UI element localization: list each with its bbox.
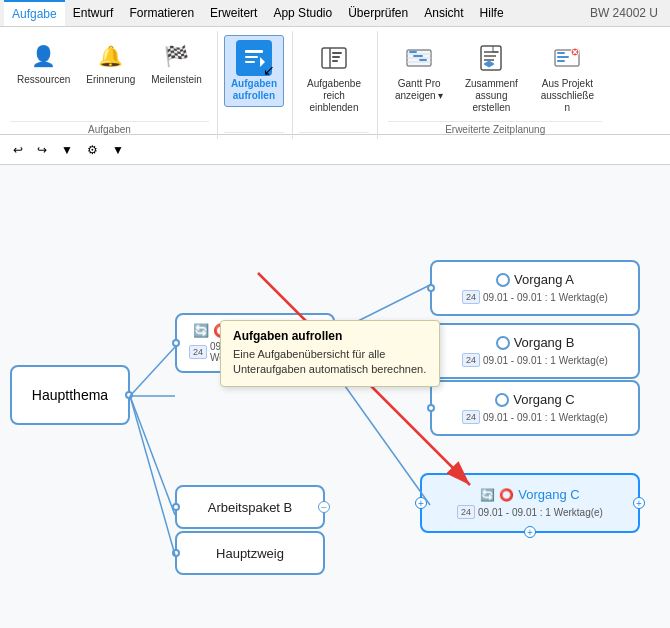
- zusammenfassung-icon: [473, 40, 509, 76]
- settings-button[interactable]: ⚙: [82, 140, 103, 160]
- vorgang-c-check: [495, 393, 509, 407]
- ressourcen-label: Ressourcen: [17, 74, 70, 86]
- toolbar-dropdown2[interactable]: ▼: [107, 140, 129, 160]
- vorgang-a-label: Vorgang A: [514, 272, 574, 287]
- svg-rect-23: [557, 56, 569, 58]
- meilenstein-label: Meilenstein: [151, 74, 202, 86]
- tooltip-title: Aufgaben aufrollen: [233, 329, 427, 343]
- zusammenfassung-label: Zusammenfassung erstellen: [463, 78, 519, 114]
- vorgang-c-highlighted-node[interactable]: 🔄 ⭕ Vorgang C 24 09.01 - 09.01 : 1 Werkt…: [420, 473, 640, 533]
- vorgang-a-date: 24 09.01 - 09.01 : 1 Werktag(e): [462, 290, 608, 304]
- hauptzweig-node[interactable]: Hauptzweig: [175, 531, 325, 575]
- svg-rect-2: [245, 61, 255, 63]
- vorgang-c-h-date: 24 09.01 - 09.01 : 1 Werktag(e): [457, 505, 603, 519]
- vorgang-a-header: Vorgang A: [496, 272, 574, 287]
- expand-vorgang-c-h-bottom[interactable]: +: [524, 526, 536, 538]
- menu-entwurf[interactable]: Entwurf: [65, 0, 122, 26]
- svg-line-30: [130, 396, 175, 515]
- zeitplanung-group-label: Erweiterte Zeitplanung: [388, 121, 602, 139]
- menu-hilfe[interactable]: Hilfe: [472, 0, 512, 26]
- aufrollen-label: Aufgaben aufrollen: [231, 78, 277, 102]
- aufgaben-aufrollen-button[interactable]: Aufgaben aufrollen ↙: [224, 35, 284, 107]
- ressourcen-button[interactable]: 👤 Ressourcen: [10, 35, 77, 91]
- menu-formatieren[interactable]: Formatieren: [121, 0, 202, 26]
- ressourcen-icon: 👤: [28, 40, 60, 72]
- aus-projekt-button[interactable]: Aus Projekt ausschließen: [532, 35, 602, 119]
- erinnerung-button[interactable]: 🔔 Erinnerung: [79, 35, 142, 91]
- aufrollen-group-label: [224, 132, 284, 139]
- menu-erweitert[interactable]: Erweitert: [202, 0, 265, 26]
- vorgang-b-label: Vorgang B: [514, 335, 575, 350]
- vorgang-c-date: 24 09.01 - 09.01 : 1 Werktag(e): [462, 410, 608, 424]
- expand-vorgang-c-h-left[interactable]: +: [415, 497, 427, 509]
- menu-ansicht[interactable]: Ansicht: [416, 0, 471, 26]
- aufgabenbereich-button[interactable]: Aufgabenbereich einblenden: [299, 35, 369, 119]
- vorgang-c-node[interactable]: Vorgang C 24 09.01 - 09.01 : 1 Werktag(e…: [430, 380, 640, 436]
- aufgabenbereich-buttons: Aufgabenbereich einblenden: [299, 31, 369, 130]
- meilenstein-button[interactable]: 🏁 Meilenstein: [144, 35, 209, 91]
- vorgang-c-label: Vorgang C: [513, 392, 574, 407]
- svg-rect-1: [245, 56, 258, 58]
- erinnerung-icon: 🔔: [95, 40, 127, 72]
- redo-button[interactable]: ↪: [32, 140, 52, 160]
- svg-rect-13: [409, 51, 417, 53]
- cursor-indicator: ↙: [263, 62, 275, 78]
- svg-rect-15: [419, 59, 427, 61]
- zeitplanung-buttons: Gantt Pro anzeigen ▾ Zusammenfassu: [388, 31, 602, 119]
- ribbon-group-aufgabenbereich: Aufgabenbereich einblenden: [295, 31, 378, 139]
- arbeitspaket-b-label: Arbeitspaket B: [208, 500, 293, 515]
- expand-arbeitspaket-b[interactable]: −: [318, 501, 330, 513]
- gantt-pro-button[interactable]: Gantt Pro anzeigen ▾: [388, 35, 450, 107]
- toolbar-dropdown1[interactable]: ▼: [56, 140, 78, 160]
- aufrollen-buttons: Aufgaben aufrollen ↙: [224, 31, 284, 130]
- aus-projekt-icon: [549, 40, 585, 76]
- svg-rect-22: [557, 52, 565, 54]
- vorgang-b-date: 24 09.01 - 09.01 : 1 Werktag(e): [462, 353, 608, 367]
- aufgabenbereich-icon: [316, 40, 352, 76]
- toolbar: ↩ ↪ ▼ ⚙ ▼: [0, 135, 670, 165]
- vorgang-b-node[interactable]: Vorgang B 24 09.01 - 09.01 : 1 Werktag(e…: [430, 323, 640, 379]
- vorgang-a-check: [496, 273, 510, 287]
- menu-bar: Aufgabe Entwurf Formatieren Erweitert Ap…: [0, 0, 670, 27]
- menu-appstudio[interactable]: App Studio: [265, 0, 340, 26]
- vorgang-c-header: Vorgang C: [495, 392, 574, 407]
- vorgang-b-header: Vorgang B: [496, 335, 575, 350]
- menu-ueberpruefen[interactable]: Überprüfen: [340, 0, 416, 26]
- ribbon-group-aufgaben: 👤 Ressourcen 🔔 Erinnerung 🏁 Meilenstein …: [6, 31, 218, 139]
- tooltip: Aufgaben aufrollen Eine Aufgabenübersich…: [220, 320, 440, 387]
- aufgabenbereich-group-label: [299, 132, 369, 139]
- ribbon-group-zeitplanung: Gantt Pro anzeigen ▾ Zusammenfassu: [380, 31, 610, 139]
- svg-rect-7: [332, 56, 340, 58]
- arbeitspaket-b-node[interactable]: Arbeitspaket B −: [175, 485, 325, 529]
- svg-line-28: [130, 347, 175, 396]
- menu-version: BW 24002 U: [582, 0, 666, 26]
- main-content: Aufgaben aufrollen Eine Aufgabenübersich…: [0, 165, 670, 628]
- aus-projekt-label: Aus Projekt ausschließen: [539, 78, 595, 114]
- svg-rect-8: [332, 60, 338, 62]
- vorgang-c-h-label: Vorgang C: [518, 487, 579, 502]
- svg-rect-0: [245, 50, 263, 53]
- svg-rect-24: [557, 60, 565, 62]
- hauptthema-node[interactable]: Hauptthema: [10, 365, 130, 425]
- svg-rect-14: [413, 55, 423, 57]
- svg-rect-16: [481, 46, 501, 70]
- aufgaben-buttons: 👤 Ressourcen 🔔 Erinnerung 🏁 Meilenstein: [10, 31, 209, 119]
- expand-vorgang-c-h-right[interactable]: +: [633, 497, 645, 509]
- tooltip-text: Eine Aufgabenübersicht für alle Unterauf…: [233, 347, 427, 378]
- vorgang-b-check: [496, 336, 510, 350]
- aufgaben-group-label: Aufgaben: [10, 121, 209, 139]
- vorgang-a-node[interactable]: Vorgang A 24 09.01 - 09.01 : 1 Werktag(e…: [430, 260, 640, 316]
- undo-button[interactable]: ↩: [8, 140, 28, 160]
- ribbon-group-aufrollen: Aufgaben aufrollen ↙: [220, 31, 293, 139]
- menu-aufgabe[interactable]: Aufgabe: [4, 0, 65, 26]
- ribbon: 👤 Ressourcen 🔔 Erinnerung 🏁 Meilenstein …: [0, 27, 670, 135]
- vorgang-c-h-header: 🔄 ⭕ Vorgang C: [480, 487, 579, 502]
- aufgabenbereich-label: Aufgabenbereich einblenden: [306, 78, 362, 114]
- gantt-label: Gantt Pro anzeigen ▾: [395, 78, 443, 102]
- meilenstein-icon: 🏁: [161, 40, 193, 72]
- svg-line-31: [130, 396, 175, 555]
- svg-rect-6: [332, 52, 342, 54]
- erinnerung-label: Erinnerung: [86, 74, 135, 86]
- zusammenfassung-button[interactable]: Zusammenfassung erstellen: [456, 35, 526, 119]
- hauptthema-label: Hauptthema: [32, 387, 108, 403]
